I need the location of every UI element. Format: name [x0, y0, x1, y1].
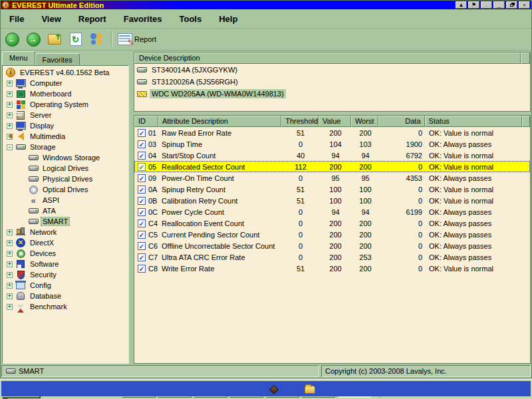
attribute-checkbox[interactable]: ✓ — [138, 242, 146, 250]
tree-item-motherboard[interactable]: +Motherboard — [3, 88, 128, 99]
expand-icon[interactable]: + — [7, 240, 13, 246]
rollup-button[interactable]: ▲ — [456, 1, 467, 9]
attribute-checkbox[interactable]: ✓ — [138, 140, 146, 148]
title-bar[interactable]: i EVEREST Ultimate Edition ▲⚑._× — [1, 1, 531, 9]
expand-icon[interactable]: + — [7, 251, 13, 257]
smart-row-C5[interactable]: ✓C5Current Pending Sector Count02002000O… — [134, 229, 530, 240]
expand-icon[interactable]: + — [7, 80, 13, 86]
attribute-checkbox[interactable]: ✓ — [138, 265, 146, 273]
back-button[interactable]: ← — [2, 30, 22, 49]
expand-icon[interactable]: + — [7, 261, 13, 267]
expand-icon[interactable]: + — [7, 272, 13, 278]
attribute-checkbox[interactable]: ✓ — [138, 197, 146, 205]
expand-icon[interactable]: + — [7, 283, 13, 289]
forward-button[interactable]: → — [23, 30, 43, 49]
column-header-value[interactable]: Value — [319, 116, 351, 127]
pin-button[interactable]: ⚑ — [468, 1, 479, 9]
users-button[interactable] — [87, 30, 107, 49]
tree-item-smart[interactable]: SMART — [3, 216, 128, 227]
column-header-id[interactable]: ID — [134, 116, 158, 127]
tree-item-display[interactable]: +Display — [3, 120, 128, 131]
expand-icon[interactable]: + — [7, 123, 13, 129]
tree-item-aspi[interactable]: «ASPI — [3, 195, 128, 205]
smart-row-03[interactable]: ✓03Spinup Time01041031900OK: Always pass… — [134, 138, 530, 150]
collapse-icon[interactable]: - — [7, 144, 13, 150]
smart-row-01[interactable]: ✓01Raw Read Error Rate512002000OK: Value… — [134, 127, 530, 138]
minimize-button[interactable]: _ — [493, 1, 505, 9]
smart-row-04[interactable]: ✓04Start/Stop Count4094946792OK: Value i… — [134, 150, 530, 161]
menu-help[interactable]: Help — [210, 14, 246, 24]
menu-file[interactable]: File — [1, 14, 33, 24]
tree-item-windows-storage[interactable]: Windows Storage — [3, 152, 128, 163]
attribute-checkbox[interactable]: ✓ — [138, 152, 146, 160]
tree-item-database[interactable]: +Database — [3, 291, 128, 301]
smart-row-09[interactable]: ✓09Power-On Time Count095954353OK: Alway… — [134, 172, 530, 184]
close-button[interactable]: × — [519, 1, 530, 9]
menu-favorites[interactable]: Favorites — [115, 14, 171, 24]
report-button[interactable]: Report — [116, 30, 160, 49]
column-header-attribute-description[interactable]: Attribute Description — [158, 116, 281, 127]
tree-item-config[interactable]: +Config — [3, 280, 128, 291]
attribute-checkbox[interactable]: ✓ — [138, 174, 146, 182]
menu-view[interactable]: View — [33, 14, 69, 24]
pane-splitter[interactable] — [129, 51, 134, 364]
expand-icon[interactable]: + — [7, 304, 13, 310]
tree-item-computer[interactable]: +Computer — [3, 78, 128, 88]
expand-icon[interactable]: + — [7, 91, 13, 97]
attribute-checkbox[interactable]: ✓ — [138, 253, 146, 261]
tree-item-optical-drives[interactable]: Optical Drives — [3, 184, 128, 195]
taskbar-button[interactable]: M... — [194, 382, 227, 398]
tree-item-software[interactable]: +Software — [3, 259, 128, 269]
tree-item-security[interactable]: +Security — [3, 269, 128, 280]
tree-item-network[interactable]: +Network — [3, 227, 128, 237]
smart-row-0A[interactable]: ✓0ASpinup Retry Count511001000OK: Value … — [134, 184, 530, 195]
attribute-checkbox[interactable]: ✓ — [138, 129, 146, 137]
device-row[interactable]: ST3120026A (5JS56RGH) — [134, 76, 530, 88]
tree-item-everest-v4-60-1562-beta[interactable]: iEVEREST v4.60.1562 Beta — [3, 67, 128, 78]
menu-report[interactable]: Report — [70, 14, 115, 24]
column-header-data[interactable]: Data — [378, 116, 425, 127]
tab-favorites[interactable]: Favorites — [35, 53, 80, 65]
smart-row-0C[interactable]: ✓0CPower Cycle Count094946199OK: Always … — [134, 206, 530, 217]
smart-row-C7[interactable]: ✓C7Ultra ATA CRC Error Rate02002530OK: A… — [134, 251, 530, 263]
cell-id: ✓09 — [134, 172, 158, 184]
device-row[interactable]: WDC WD205AA (WD-WMA0W1449813) — [134, 88, 530, 100]
tree-item-logical-drives[interactable]: Logical Drives — [3, 163, 128, 174]
smart-row-0B[interactable]: ✓0BCalibration Retry Count511001000OK: V… — [134, 195, 530, 206]
smart-row-05[interactable]: ✓05Reallocated Sector Count1122002000OK:… — [134, 161, 530, 172]
expand-icon[interactable]: + — [7, 112, 13, 118]
expand-icon[interactable]: + — [7, 102, 13, 108]
tree-item-directx[interactable]: +✕DirectX — [3, 237, 128, 248]
device-description-column-header[interactable]: Device Description — [134, 53, 521, 64]
refresh-button[interactable] — [66, 30, 86, 49]
tree-item-label: Physical Drives — [41, 175, 94, 183]
menu-tools[interactable]: Tools — [171, 14, 211, 24]
tree-item-physical-drives[interactable]: Physical Drives — [3, 174, 128, 184]
tree-item-benchmark[interactable]: +Benchmark — [3, 301, 128, 312]
attribute-checkbox[interactable]: ✓ — [138, 219, 146, 227]
attribute-checkbox[interactable]: ✓ — [138, 231, 146, 239]
expand-icon[interactable]: + — [7, 229, 13, 235]
column-header-status[interactable]: Status — [425, 116, 522, 127]
attribute-checkbox[interactable]: ✓ — [138, 186, 146, 194]
dot-button[interactable]: . — [481, 1, 492, 9]
smart-row-C8[interactable]: ✓C8Write Error Rate512002000OK: Value is… — [134, 263, 530, 274]
smart-row-C6[interactable]: ✓C6Offline Uncorrectable Sector Count020… — [134, 240, 530, 251]
tree-item-multimedia[interactable]: +Multimedia — [3, 131, 128, 142]
tree-item-devices[interactable]: +Devices — [3, 248, 128, 259]
tree-item-storage[interactable]: -Storage — [3, 142, 128, 152]
smart-row-C4[interactable]: ✓C4Reallocation Event Count02002000OK: A… — [134, 217, 530, 229]
expand-icon[interactable]: + — [7, 293, 13, 299]
attribute-checkbox[interactable]: ✓ — [138, 163, 146, 171]
tree-item-ata[interactable]: ATA — [3, 205, 128, 216]
tree-item-server[interactable]: +Server — [3, 110, 128, 120]
column-header-threshold[interactable]: Threshold — [281, 116, 319, 127]
attribute-checkbox[interactable]: ✓ — [138, 208, 146, 216]
multimedia-icon — [18, 132, 24, 140]
column-header-worst[interactable]: Worst — [351, 116, 378, 127]
tree-item-operating-system[interactable]: +Operating System — [3, 99, 128, 110]
up-folder-button[interactable] — [45, 30, 65, 49]
device-row[interactable]: ST340014A (5JXGGYKW) — [134, 64, 530, 76]
restore-button[interactable] — [506, 1, 517, 9]
tab-menu[interactable]: Menu — [2, 51, 35, 65]
